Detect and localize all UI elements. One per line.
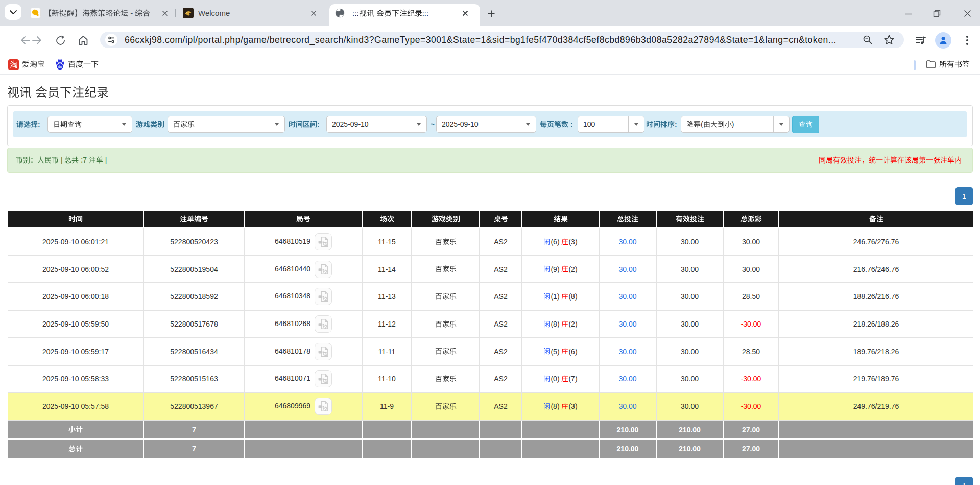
svg-text:du: du <box>58 65 62 68</box>
